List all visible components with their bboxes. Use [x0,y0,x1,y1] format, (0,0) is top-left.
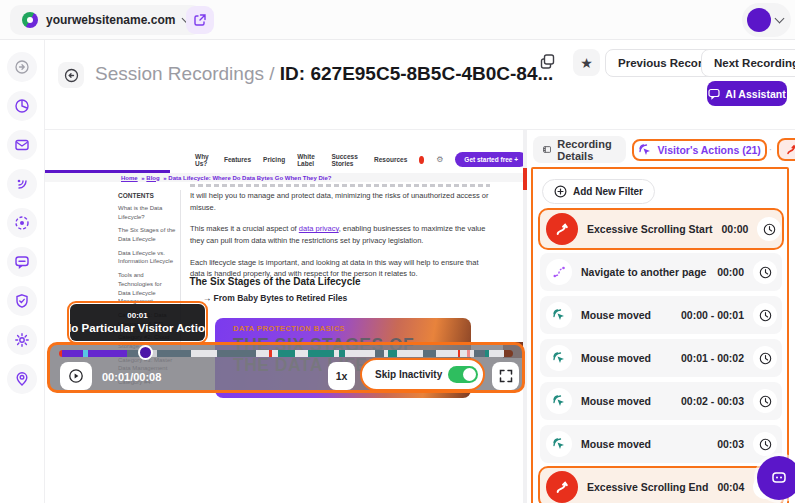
jump-to-time-button[interactable] [757,217,781,241]
feedback-widget-button[interactable] [757,456,795,500]
shield-icon [14,293,30,309]
fullscreen-button[interactable] [492,362,519,390]
cutoff-text-line [190,184,490,187]
contents-title: CONTENTS [118,192,176,199]
breadcrumb: Session Recordings / [95,63,275,84]
action-row[interactable]: Navigate to another page00:00 [540,253,782,291]
clock-icon [759,438,772,451]
add-new-filter-label: Add New Filter [573,186,643,197]
tab-recording-details[interactable]: Recording Details [533,136,626,163]
playback-speed-button[interactable]: 1x [328,362,355,390]
action-label: Excessive Scrolling End [587,481,708,493]
sessions-icon [14,215,30,231]
sidebar-item-inbox[interactable] [7,130,37,160]
player-controls: 00:01/00:08 1x Skip Inactivity [47,342,525,393]
chat-icon [14,254,30,270]
action-label: Mouse moved [581,438,708,450]
recorded-section-heading: The Six Stages of the Data Lifecycle [155,276,395,287]
recorded-page-nav: Why Us?FeaturesPricingWhite LabelSuccess… [195,152,527,167]
action-row[interactable]: Excessive Scrolling Start00:00 [540,210,782,248]
recorded-nav-link: Why Us? [195,153,212,167]
contents-item: The Six Stages of the Data Lifecycle [118,226,176,243]
action-label: Mouse moved [581,352,672,364]
sidebar-item-visitors[interactable] [7,364,37,394]
back-button[interactable] [58,62,84,88]
sidebar-item-security[interactable] [7,286,37,316]
clock-icon [763,223,776,236]
timeline-segment [308,350,334,357]
jump-to-time-button[interactable] [753,260,777,284]
recorded-gear-icon: ⚙ [436,155,443,164]
action-row[interactable]: Excessive Scrolling End00:04 [540,468,782,503]
back-icon [64,68,79,83]
brand-logo-icon [22,12,38,28]
contents-item: Data Lifecycle vs. Information Lifecycle [118,249,176,266]
timeline-segment [423,350,436,357]
add-new-filter-button[interactable]: Add New Filter [542,179,655,204]
recorded-brand-icon [419,156,424,164]
timeline-tooltip: 00:01 No Particular Visitor Action [70,304,205,341]
sidebar-item-settings[interactable] [7,325,37,355]
excessive-scroll-badge[interactable]: 2 [777,138,795,161]
timeline-segment [278,350,295,357]
clock-icon [759,395,772,408]
recorded-nav-link: Success Stories [331,153,362,167]
timeline-segment [256,350,269,357]
jump-to-time-button[interactable] [753,389,777,413]
jump-to-time-button[interactable] [753,303,777,327]
mouse-moved-icon [552,308,566,322]
action-row[interactable]: Mouse moved00:02 - 00:03 [540,382,782,420]
expand-sidebar-button[interactable] [7,52,37,82]
action-row[interactable]: Mouse moved00:03 [540,425,782,463]
action-type-icon-circle [546,388,572,414]
recorded-cta-button: Get started free + [455,152,527,167]
action-row[interactable]: Mouse moved00:01 - 00:02 [540,339,782,377]
ai-assistant-button[interactable]: AI Assistant [707,81,787,106]
visitors-actions-panel: Add New Filter Excessive Scrolling Start… [531,167,789,503]
playhead-handle[interactable] [138,345,153,360]
mail-icon [14,137,30,153]
timeline-segment [504,350,513,357]
data-privacy-link: data privacy [299,224,339,233]
tab-recording-details-label: Recording Details [557,138,616,162]
recorded-nav-link: Features [224,156,251,163]
pie-chart-icon [14,98,30,114]
favorite-button[interactable]: ★ [573,49,600,76]
action-type-icon-circle [546,259,572,285]
website-selector[interactable]: yourwebsitename.com [10,5,202,35]
avatar [747,8,771,32]
sidebar-item-feedback[interactable] [7,247,37,277]
timeline-segment [489,350,504,357]
clock-icon [759,309,772,322]
jump-to-time-button[interactable] [753,346,777,370]
action-type-icon-circle [546,213,578,245]
copy-id-button[interactable] [539,53,556,70]
timeline-segment [191,350,217,357]
timeline-segment [88,350,127,357]
action-type-icon-circle [546,471,578,503]
recorded-nav-link: Pricing [263,156,285,163]
speed-label: 1x [336,370,348,382]
action-time: 00:00 [721,223,748,235]
recorded-scrollbar [523,130,527,503]
sidebar-item-dashboard[interactable] [7,91,37,121]
action-type-icon-circle [546,431,572,457]
mouse-moved-icon [552,437,566,451]
skip-inactivity-toggle[interactable] [448,366,478,383]
timeline-segment [388,350,397,357]
user-menu[interactable] [742,3,791,37]
jump-to-time-button[interactable] [753,432,777,456]
sidebar-item-session-recordings[interactable] [7,208,37,238]
play-button[interactable] [60,362,92,390]
actions-list: Excessive Scrolling Start00:00Navigate t… [540,210,782,503]
sidebar-item-voice[interactable] [7,169,37,199]
timeline-track[interactable] [59,350,513,357]
tab-visitors-actions[interactable]: Visitor's Actions (21) [632,139,766,161]
play-icon [68,368,84,384]
action-row[interactable]: Mouse moved00:00 - 00:01 [540,296,782,334]
top-bar: yourwebsitename.com [0,0,795,40]
timeline-segment [436,350,458,357]
next-recording-button[interactable]: Next Recording [701,49,795,77]
location-icon [14,371,30,387]
open-website-button[interactable] [186,6,214,34]
